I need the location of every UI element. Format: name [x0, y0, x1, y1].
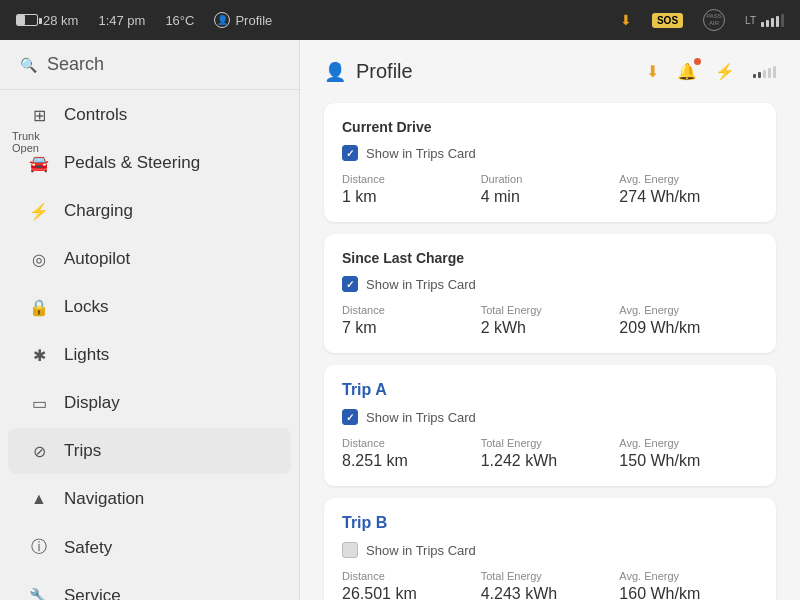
signal-display: LT — [745, 14, 784, 27]
main-content: 👤 Profile ⬇ 🔔 ⚡ Current Drive — [300, 40, 800, 600]
time-value: 1:47 pm — [98, 13, 145, 28]
sos-badge-container: SOS — [652, 13, 683, 28]
airbag-icon: PASSAIR — [703, 9, 725, 31]
bell-header-icon[interactable]: 🔔 — [677, 62, 697, 81]
current-drive-energy-label: Avg. Energy — [619, 173, 758, 185]
trip-a-total-energy-value: 1.242 kWh — [481, 452, 620, 470]
trip-a-total-energy-label: Total Energy — [481, 437, 620, 449]
pedals-label: Pedals & Steering — [64, 153, 200, 173]
sidebar-item-locks[interactable]: 🔒 Locks — [8, 284, 291, 330]
trip-a-checkbox[interactable] — [342, 409, 358, 425]
trip-b-show-trips[interactable]: Show in Trips Card — [342, 542, 758, 558]
lights-label: Lights — [64, 345, 109, 365]
trip-a-distance-label: Distance — [342, 437, 481, 449]
battery-icon — [16, 14, 38, 26]
trip-b-checkbox[interactable] — [342, 542, 358, 558]
service-icon: 🔧 — [28, 587, 50, 601]
temp-display: 16°C — [165, 13, 194, 28]
trip-a-trips-label: Show in Trips Card — [366, 410, 476, 425]
current-drive-checkbox[interactable] — [342, 145, 358, 161]
current-drive-energy: Avg. Energy 274 Wh/km — [619, 173, 758, 206]
h-bar-2 — [758, 72, 761, 78]
since-energy: Total Energy 2 kWh — [481, 304, 620, 337]
autopilot-label: Autopilot — [64, 249, 130, 269]
since-last-charge-show-trips[interactable]: Show in Trips Card — [342, 276, 758, 292]
sidebar-item-pedals[interactable]: 🚘 Pedals & Steering — [8, 140, 291, 186]
current-drive-duration-label: Duration — [481, 173, 620, 185]
trips-icon: ⊘ — [28, 442, 50, 461]
display-icon: ▭ — [28, 394, 50, 413]
trips-label: Trips — [64, 441, 101, 461]
temp-value: 16°C — [165, 13, 194, 28]
search-icon: 🔍 — [20, 57, 37, 73]
distance-display: 28 km — [16, 13, 78, 28]
signal-bar-5 — [781, 14, 784, 27]
sidebar-item-lights[interactable]: ✱ Lights — [8, 332, 291, 378]
download-header-icon[interactable]: ⬇ — [646, 62, 659, 81]
since-avg-energy: Avg. Energy 209 Wh/km — [619, 304, 758, 337]
sidebar-item-safety[interactable]: ⓘ Safety — [8, 524, 291, 571]
since-distance: Distance 7 km — [342, 304, 481, 337]
since-distance-value: 7 km — [342, 319, 481, 337]
lights-icon: ✱ — [28, 346, 50, 365]
since-last-charge-stats: Distance 7 km Total Energy 2 kWh Avg. En… — [342, 304, 758, 337]
sidebar-item-controls[interactable]: ⊞ Controls — [8, 92, 291, 138]
download-icon: ⬇ — [620, 12, 632, 28]
profile-title-text: Profile — [356, 60, 413, 83]
h-bar-4 — [768, 68, 771, 78]
time-display: 1:47 pm — [98, 13, 145, 28]
trip-a-distance: Distance 8.251 km — [342, 437, 481, 470]
trip-a-section: Trip A Show in Trips Card Distance 8.251… — [324, 365, 776, 486]
trip-b-avg-energy-label: Avg. Energy — [619, 570, 758, 582]
current-drive-energy-value: 274 Wh/km — [619, 188, 758, 206]
distance-value: 28 km — [43, 13, 78, 28]
current-drive-show-trips[interactable]: Show in Trips Card — [342, 145, 758, 161]
pedals-icon: 🚘 — [28, 154, 50, 173]
current-drive-trips-label: Show in Trips Card — [366, 146, 476, 161]
navigation-label: Navigation — [64, 489, 144, 509]
charging-label: Charging — [64, 201, 133, 221]
signal-header-icon — [753, 66, 776, 78]
trip-b-title: Trip B — [342, 514, 758, 532]
display-label: Display — [64, 393, 120, 413]
locks-label: Locks — [64, 297, 108, 317]
h-bar-5 — [773, 66, 776, 78]
profile-title: 👤 Profile — [324, 60, 413, 83]
since-distance-label: Distance — [342, 304, 481, 316]
trip-a-avg-energy-value: 150 Wh/km — [619, 452, 758, 470]
navigation-icon: ▲ — [28, 490, 50, 508]
profile-display: 👤 Profile — [214, 12, 272, 28]
trip-b-total-energy-value: 4.243 kWh — [481, 585, 620, 600]
autopilot-icon: ◎ — [28, 250, 50, 269]
controls-icon: ⊞ — [28, 106, 50, 125]
bluetooth-header-icon[interactable]: ⚡ — [715, 62, 735, 81]
trip-b-stats: Distance 26.501 km Total Energy 4.243 kW… — [342, 570, 758, 600]
search-bar[interactable]: 🔍 Search — [0, 40, 299, 90]
sidebar-item-navigation[interactable]: ▲ Navigation — [8, 476, 291, 522]
lt-label: LT — [745, 15, 756, 26]
trunk-label: Trunk Open — [12, 130, 40, 154]
signal-bars — [761, 14, 784, 27]
current-drive-distance-value: 1 km — [342, 188, 481, 206]
sidebar-item-service[interactable]: 🔧 Service — [8, 573, 291, 600]
sidebar-item-charging[interactable]: ⚡ Charging — [8, 188, 291, 234]
locks-icon: 🔒 — [28, 298, 50, 317]
signal-bar-3 — [771, 18, 774, 27]
signal-bar-4 — [776, 16, 779, 27]
controls-label: Controls — [64, 105, 127, 125]
current-drive-stats: Distance 1 km Duration 4 min Avg. Energy… — [342, 173, 758, 206]
sidebar-item-trips[interactable]: ⊘ Trips — [8, 428, 291, 474]
trip-a-total-energy: Total Energy 1.242 kWh — [481, 437, 620, 470]
profile-header: 👤 Profile ⬇ 🔔 ⚡ — [324, 60, 776, 83]
trip-a-show-trips[interactable]: Show in Trips Card — [342, 409, 758, 425]
trip-b-distance-label: Distance — [342, 570, 481, 582]
sidebar-item-display[interactable]: ▭ Display — [8, 380, 291, 426]
since-last-charge-checkbox[interactable] — [342, 276, 358, 292]
sidebar-item-autopilot[interactable]: ◎ Autopilot — [8, 236, 291, 282]
current-drive-duration: Duration 4 min — [481, 173, 620, 206]
notification-badge — [694, 58, 701, 65]
h-bar-1 — [753, 74, 756, 78]
current-drive-title: Current Drive — [342, 119, 758, 135]
trip-a-title: Trip A — [342, 381, 758, 399]
since-avg-energy-value: 209 Wh/km — [619, 319, 758, 337]
